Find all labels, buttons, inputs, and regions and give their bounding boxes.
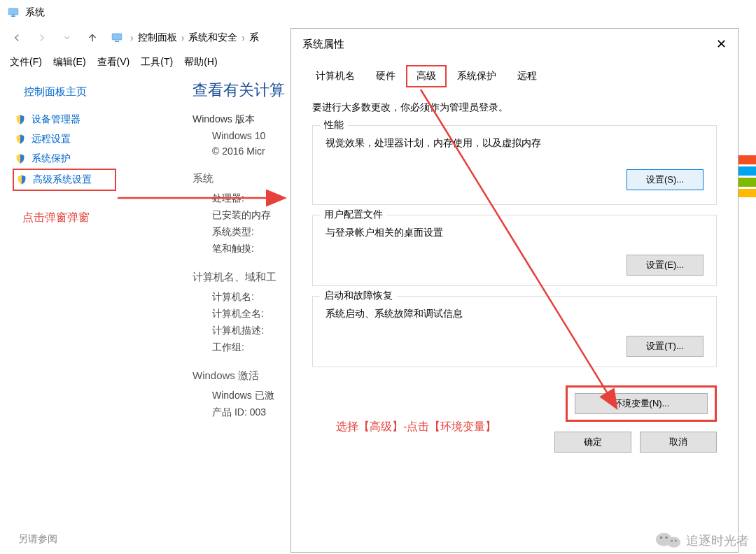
shield-icon [15,134,26,145]
annotation-text: 选择【高级】-点击【环境变量】 [336,420,496,434]
menu-view[interactable]: 查看(V) [92,52,136,73]
tab-remote[interactable]: 远程 [507,65,547,87]
svg-rect-2 [13,15,15,16]
tabs: 计算机名 硬件 高级 系统保护 远程 [291,59,738,87]
svg-point-16 [675,540,677,542]
breadcrumb-item[interactable]: 系 [249,31,259,44]
startup-recovery-group: 启动和故障恢复 系统启动、系统故障和调试信息 设置(T)... [312,296,717,367]
watermark: 追逐时光者 [655,530,749,551]
svg-point-12 [667,537,680,548]
titlebar: 系统 [0,0,756,25]
tab-system-protection[interactable]: 系统保护 [447,65,507,87]
sidebar-item-label: 系统保护 [31,152,71,165]
group-label: 启动和故障恢复 [320,290,397,302]
sidebar-item-system-protection[interactable]: 系统保护 [13,149,116,169]
window-title: 系统 [25,6,45,19]
sidebar-item-label: 远程设置 [31,133,71,145]
svg-point-15 [671,540,673,542]
sidebar-item-advanced-system-settings[interactable]: 高级系统设置 [13,169,116,191]
svg-rect-4 [115,41,119,43]
chevron-right-icon: › [130,32,134,43]
chevron-right-icon: › [181,32,185,43]
dialog-titlebar: 系统属性 ✕ [291,29,738,59]
menu-file[interactable]: 文件(F) [4,52,48,73]
group-label: 用户配置文件 [320,208,387,221]
menu-tools[interactable]: 工具(T) [135,52,178,73]
performance-group: 性能 视觉效果，处理器计划，内存使用，以及虚拟内存 设置(S)... [312,125,717,205]
system-icon [111,31,123,44]
startup-recovery-settings-button[interactable]: 设置(T)... [626,336,704,357]
performance-settings-button[interactable]: 设置(S)... [626,169,704,190]
annotation-click-popup: 点击弹窗弹窗 [22,211,158,225]
chevron-right-icon: › [241,32,245,43]
watermark-text: 追逐时光者 [686,532,749,549]
breadcrumb-item[interactable]: 系统和安全 [188,31,237,44]
environment-variables-button[interactable]: 环境变量(N)... [575,393,708,414]
tab-computer-name[interactable]: 计算机名 [305,65,365,87]
menu-help[interactable]: 帮助(H) [178,52,223,73]
system-properties-dialog: 系统属性 ✕ 计算机名 硬件 高级 系统保护 远程 要进行大多数更改，你必须作为… [290,28,738,553]
sidebar-item-device-manager[interactable]: 设备管理器 [13,110,116,129]
breadcrumb-item[interactable]: 控制面板 [138,31,177,44]
dialog-body: 要进行大多数更改，你必须作为管理员登录。 性能 视觉效果，处理器计划，内存使用，… [291,87,738,383]
see-also-label: 另请参阅 [18,533,57,546]
user-profiles-group: 用户配置文件 与登录帐户相关的桌面设置 设置(E)... [312,215,717,286]
svg-point-13 [660,537,662,539]
env-highlight-box: 环境变量(N)... [566,385,717,422]
control-panel-home-link[interactable]: 控制面板主页 [24,85,158,99]
svg-rect-7 [738,178,756,187]
up-button[interactable] [83,28,102,48]
shield-icon [15,114,26,125]
close-button[interactable]: ✕ [716,36,727,52]
group-text: 与登录帐户相关的桌面设置 [326,227,704,239]
sidebar: 控制面板主页 设备管理器 远程设置 系统保护 高级系统设置 点击弹窗弹窗 [0,74,158,554]
back-button[interactable] [7,28,27,48]
tab-hardware[interactable]: 硬件 [365,65,406,87]
svg-rect-8 [738,189,756,197]
tab-advanced[interactable]: 高级 [406,65,447,87]
shield-icon [16,174,27,185]
windows-logo-icon [738,155,756,197]
dialog-title: 系统属性 [302,38,344,51]
system-icon [7,6,20,19]
svg-rect-0 [8,8,18,15]
cancel-button[interactable]: 取消 [640,432,717,453]
svg-rect-5 [738,155,756,164]
sidebar-item-label: 高级系统设置 [33,173,92,186]
group-label: 性能 [320,119,348,132]
forward-button[interactable] [32,28,52,48]
admin-intro-text: 要进行大多数更改，你必须作为管理员登录。 [312,101,717,114]
user-profiles-settings-button[interactable]: 设置(E)... [626,255,704,276]
menu-edit[interactable]: 编辑(E) [48,52,92,73]
sidebar-item-label: 设备管理器 [31,113,80,126]
shield-icon [15,153,26,164]
svg-rect-3 [112,34,122,40]
group-text: 系统启动、系统故障和调试信息 [326,308,704,320]
group-text: 视觉效果，处理器计划，内存使用，以及虚拟内存 [326,137,704,150]
dropdown-history-button[interactable] [57,28,77,48]
ok-button[interactable]: 确定 [554,432,631,453]
wechat-icon [655,530,682,551]
dialog-footer: 确定 取消 [291,432,738,461]
sidebar-item-remote-settings[interactable]: 远程设置 [13,129,116,149]
svg-rect-1 [11,16,15,17]
svg-point-14 [665,537,667,539]
svg-rect-6 [738,166,756,176]
